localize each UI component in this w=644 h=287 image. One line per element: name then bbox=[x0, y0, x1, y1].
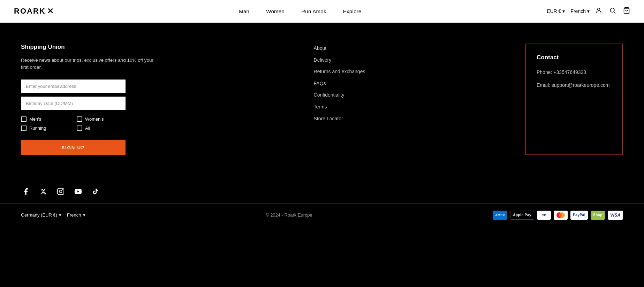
facebook-icon[interactable] bbox=[21, 187, 31, 196]
payment-methods: AMEX Apple Pay CB PayPal Shop VISA bbox=[493, 211, 623, 220]
x-twitter-icon[interactable] bbox=[38, 187, 48, 196]
svg-point-5 bbox=[59, 190, 62, 192]
footer-bottom: Germany (EUR €) ▾ French ▾ © 2024 - Roar… bbox=[0, 203, 644, 227]
youtube-icon[interactable] bbox=[73, 187, 83, 196]
checkbox-running[interactable]: Running bbox=[21, 126, 70, 131]
newsletter-form: Men's Women's Running All SIGN bbox=[21, 80, 153, 155]
copyright: © 2024 - Roark Europe bbox=[266, 212, 312, 218]
checkbox-womens[interactable]: Women's bbox=[77, 116, 126, 122]
checkbox-all[interactable]: All bbox=[77, 126, 126, 131]
nav-man[interactable]: Man bbox=[239, 8, 249, 14]
footer-links: About Delivery Returns and exchanges FAQ… bbox=[314, 44, 365, 155]
link-confidentiality[interactable]: Confidentiality bbox=[314, 92, 365, 99]
contact-email: Email: support@roarkeurope.com bbox=[537, 81, 612, 90]
link-terms[interactable]: Terms bbox=[314, 104, 365, 111]
footer-bottom-left: Germany (EUR €) ▾ French ▾ bbox=[21, 212, 85, 218]
chevron-down-icon: ▾ bbox=[587, 8, 590, 14]
birthday-input[interactable] bbox=[21, 97, 126, 110]
contact-info: Phone: +33547649328 Email: support@roark… bbox=[537, 68, 612, 90]
svg-rect-4 bbox=[58, 188, 64, 194]
logo[interactable]: ROARK ✕ bbox=[14, 7, 54, 16]
interest-checkboxes: Men's Women's Running All bbox=[21, 116, 126, 131]
footer-main: Shipping Union Receive news about our tr… bbox=[21, 44, 623, 176]
currency-selector[interactable]: EUR € ▾ bbox=[547, 8, 565, 14]
payment-applepay: Apple Pay bbox=[510, 211, 534, 220]
chevron-down-icon: ▾ bbox=[83, 212, 85, 218]
region-selector[interactable]: Germany (EUR €) ▾ bbox=[21, 212, 61, 218]
page-footer: Shipping Union Receive news about our tr… bbox=[0, 23, 644, 203]
payment-cb: CB bbox=[537, 211, 551, 220]
newsletter-title: Shipping Union bbox=[21, 44, 153, 51]
payment-visa: VISA bbox=[608, 211, 623, 220]
link-delivery[interactable]: Delivery bbox=[314, 57, 365, 64]
contact-phone: Phone: +33547649328 bbox=[537, 68, 612, 77]
contact-title: Contact bbox=[537, 54, 612, 61]
main-nav: Man Women Run Amok Explore bbox=[239, 8, 362, 14]
svg-point-0 bbox=[598, 8, 600, 10]
link-store-locator[interactable]: Store Locator bbox=[314, 115, 365, 122]
bag-icon[interactable] bbox=[623, 7, 630, 16]
chevron-down-icon: ▾ bbox=[562, 8, 565, 14]
newsletter-description: Receive news about our trips, exclusive … bbox=[21, 57, 153, 71]
newsletter-section: Shipping Union Receive news about our tr… bbox=[21, 44, 153, 155]
chevron-down-icon: ▾ bbox=[59, 212, 61, 218]
nav-explore[interactable]: Explore bbox=[343, 8, 362, 14]
contact-section: Contact Phone: +33547649328 Email: suppo… bbox=[525, 44, 623, 155]
header-icons bbox=[595, 7, 630, 16]
payment-shopify: Shop bbox=[591, 211, 605, 220]
link-faqs[interactable]: FAQs bbox=[314, 80, 365, 87]
payment-paypal: PayPal bbox=[570, 211, 588, 220]
svg-point-6 bbox=[62, 189, 63, 190]
language-selector-bottom[interactable]: French ▾ bbox=[67, 212, 85, 218]
email-input[interactable] bbox=[21, 80, 126, 93]
language-selector[interactable]: French ▾ bbox=[570, 8, 590, 14]
signup-button[interactable]: SIGN UP bbox=[21, 140, 126, 155]
checkbox-mens[interactable]: Men's bbox=[21, 116, 70, 122]
tiktok-icon[interactable] bbox=[91, 187, 100, 196]
account-icon[interactable] bbox=[595, 7, 602, 16]
link-returns[interactable]: Returns and exchanges bbox=[314, 68, 365, 75]
instagram-icon[interactable] bbox=[56, 187, 66, 196]
link-about[interactable]: About bbox=[314, 45, 365, 52]
header-right: EUR € ▾ French ▾ bbox=[547, 7, 630, 16]
nav-run-amok[interactable]: Run Amok bbox=[301, 8, 326, 14]
svg-line-2 bbox=[614, 12, 616, 13]
nav-women[interactable]: Women bbox=[266, 8, 285, 14]
logo-icon: ✕ bbox=[47, 7, 54, 16]
payment-amex: AMEX bbox=[493, 211, 507, 220]
payment-mastercard bbox=[554, 211, 568, 220]
social-icons bbox=[21, 176, 623, 203]
search-icon[interactable] bbox=[609, 7, 616, 16]
svg-point-1 bbox=[610, 8, 614, 12]
